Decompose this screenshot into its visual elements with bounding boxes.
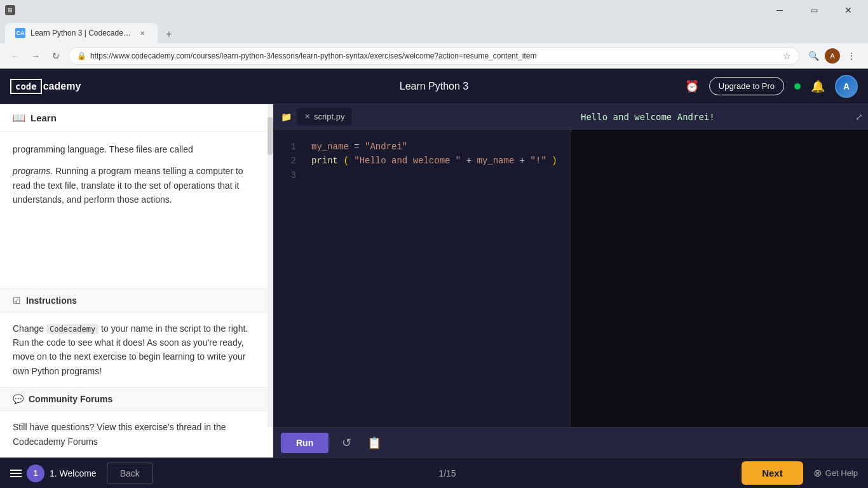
code-editor-pane: 1 2 3 my_name = "Andrei" print	[273, 130, 571, 427]
community-icon: 💬	[13, 394, 24, 404]
get-help-label: Get Help	[825, 468, 858, 478]
tab-x-button[interactable]: ✕	[304, 112, 310, 121]
learn-title: Learn	[31, 112, 57, 123]
bottom-bar: 1 1. Welcome Back 1/15 Next ⊗ Get Help	[0, 458, 868, 488]
code-editor[interactable]: 1 2 3 my_name = "Andrei" print	[273, 130, 571, 427]
forward-nav-button[interactable]: →	[28, 48, 43, 64]
close-button[interactable]: ✕	[834, 3, 863, 17]
url-bar[interactable]: 🔒 https://www.codecademy.com/courses/lea…	[69, 47, 799, 65]
back-button[interactable]: Back	[107, 463, 153, 484]
copy-icon-btn[interactable]: 📋	[364, 433, 384, 453]
reset-icon: ↺	[342, 436, 351, 450]
open-paren: (	[343, 156, 348, 166]
instructions-icon: ☑	[13, 295, 21, 306]
script-tab[interactable]: ✕ script.py	[297, 108, 352, 125]
left-panel: 📖 Learn programming language. These file…	[0, 104, 273, 458]
browser-chrome: ⊞ ─ ▭ ✕ CA Learn Python 3 | Codecademy ✕…	[0, 0, 868, 69]
new-tab-button[interactable]: +	[160, 25, 178, 43]
search-icon-btn[interactable]: 🔍	[804, 47, 822, 65]
reset-icon-btn[interactable]: ↺	[336, 433, 356, 453]
output-text: Hello and welcome Andrei!	[581, 112, 715, 122]
community-body: Still have questions? View this exercise…	[0, 411, 273, 458]
output-panel	[571, 130, 868, 427]
output-header: Hello and welcome Andrei!	[571, 104, 868, 130]
editor-area: 📁 ✕ script.py ⤢ Hello and welcome Andrei…	[273, 104, 868, 458]
refresh-button[interactable]: ↻	[48, 48, 64, 64]
maximize-button[interactable]: ▭	[799, 3, 829, 17]
community-title: Community Forums	[29, 394, 112, 404]
main-content: 📖 Learn programming language. These file…	[0, 104, 868, 458]
app-header: code cademy Learn Python 3 ⏰ Upgrade to …	[0, 69, 868, 104]
tab-close-button[interactable]: ✕	[137, 28, 147, 38]
tab-bar: CA Learn Python 3 | Codecademy ✕ +	[0, 20, 868, 43]
app-container: code cademy Learn Python 3 ⏰ Upgrade to …	[0, 69, 868, 488]
plus-2: +	[520, 156, 531, 166]
menu-dots-button[interactable]: ⋮	[843, 47, 860, 65]
close-paren: )	[552, 156, 557, 166]
folder-icon[interactable]: 📁	[278, 109, 294, 125]
upgrade-button[interactable]: Upgrade to Pro	[709, 77, 784, 95]
var-myname: my_name	[311, 142, 349, 152]
lesson-title: 1. Welcome	[50, 468, 97, 478]
back-nav-button[interactable]: ←	[8, 48, 23, 64]
profile-avatar[interactable]: A	[825, 48, 840, 64]
header-icons: ⏰ Upgrade to Pro 🔔 A	[685, 75, 858, 98]
progress-indicator: 1/15	[438, 468, 456, 478]
bookmark-icon[interactable]: ☆	[783, 51, 791, 61]
code-line-3	[311, 168, 560, 182]
editor-tabs: 📁 ✕ script.py ⤢ Hello and welcome Andrei…	[273, 104, 868, 130]
community-section-header: 💬 Community Forums	[0, 387, 273, 411]
learn-body: programming language. These files are ca…	[0, 132, 273, 288]
logo[interactable]: code cademy	[10, 79, 81, 94]
run-button[interactable]: Run	[281, 433, 329, 453]
script-tab-name: script.py	[314, 112, 344, 121]
plus-1: +	[466, 156, 477, 166]
instructions-title: Instructions	[26, 295, 77, 306]
str-andrei: "Andrei"	[365, 142, 407, 152]
editor-toolbar: Run ↺ 📋	[273, 427, 868, 458]
title-bar: ⊞ ─ ▭ ✕	[0, 0, 868, 20]
logo-cademy: cademy	[43, 81, 81, 92]
active-tab[interactable]: CA Learn Python 3 | Codecademy ✕	[5, 23, 158, 43]
community-text: Still have questions? View this exercise…	[13, 420, 260, 449]
instructions-text: Change Codecademy to your name in the sc…	[13, 322, 260, 379]
url-text: https://www.codecademy.com/courses/learn…	[90, 51, 776, 60]
change-link[interactable]: Change	[13, 323, 44, 334]
forums-link[interactable]: Codecademy Forums	[13, 437, 98, 447]
menu-toggle[interactable]: 1 1. Welcome	[10, 464, 97, 482]
alarm-icon[interactable]: ⏰	[685, 79, 699, 93]
assign-op: =	[354, 142, 365, 152]
fn-print: print	[311, 156, 338, 166]
status-dot	[794, 83, 801, 90]
learn-icon: 📖	[13, 112, 25, 124]
learn-text-1: programming language. These files are ca…	[13, 142, 260, 156]
get-help-icon: ⊗	[813, 467, 822, 479]
scroll-thumb[interactable]	[268, 117, 273, 155]
line-numbers: 1 2 3	[283, 140, 296, 417]
tab-title: Learn Python 3 | Codecademy	[31, 29, 132, 37]
get-help-button[interactable]: ⊗ Get Help	[813, 467, 858, 479]
lesson-number-badge: 1	[27, 464, 44, 482]
programs-italic: programs.	[13, 166, 53, 176]
codecademy-code: Codecademy	[46, 324, 98, 334]
copy-icon: 📋	[367, 436, 381, 450]
minimize-button[interactable]: ─	[765, 3, 794, 17]
str-excl: "!"	[531, 156, 546, 166]
notification-bell-icon[interactable]: 🔔	[811, 79, 825, 93]
editor-output-split: 1 2 3 my_name = "Andrei" print	[273, 130, 868, 427]
address-bar-actions: 🔍 A ⋮	[804, 47, 860, 65]
logo-code: code	[10, 79, 42, 94]
str-hello: "Hello and welcome "	[354, 156, 461, 166]
learning-link[interactable]: learning	[163, 351, 195, 362]
instructions-body: Change Codecademy to your name in the sc…	[0, 313, 273, 388]
still-have-link[interactable]: Still have questions?	[13, 422, 94, 432]
tab-favicon: CA	[15, 28, 25, 38]
windows-icon[interactable]: ⊞	[5, 5, 15, 15]
code-line-2: print ( "Hello and welcome " + my_name +…	[311, 154, 560, 168]
next-button[interactable]: Next	[742, 461, 803, 485]
code-content: my_name = "Andrei" print ( "Hello and we…	[311, 140, 560, 417]
address-bar: ← → ↻ 🔒 https://www.codecademy.com/cours…	[0, 43, 868, 69]
instructions-section-header: ☑ Instructions	[0, 288, 273, 313]
learn-section-header: 📖 Learn	[0, 104, 273, 132]
user-avatar[interactable]: A	[835, 75, 858, 98]
